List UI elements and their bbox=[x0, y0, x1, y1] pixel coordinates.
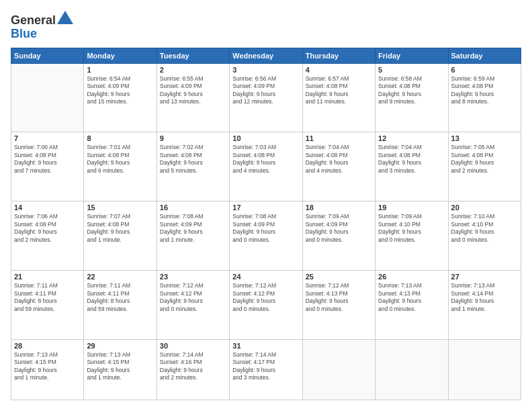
calendar-cell: 23Sunrise: 7:12 AM Sunset: 4:12 PM Dayli… bbox=[157, 271, 229, 340]
calendar-cell: 7Sunrise: 7:00 AM Sunset: 4:08 PM Daylig… bbox=[11, 132, 84, 201]
day-info: Sunrise: 7:08 AM Sunset: 4:09 PM Dayligh… bbox=[160, 213, 226, 244]
page: General Blue SundayMondayTuesdayWednesda… bbox=[0, 0, 532, 411]
day-number: 9 bbox=[160, 134, 226, 142]
day-number: 13 bbox=[451, 134, 518, 142]
day-number: 18 bbox=[306, 203, 372, 212]
logo: General Blue bbox=[11, 11, 73, 41]
day-number: 23 bbox=[160, 273, 226, 281]
day-info: Sunrise: 7:12 AM Sunset: 4:13 PM Dayligh… bbox=[306, 282, 372, 313]
day-number: 14 bbox=[14, 203, 81, 212]
day-info: Sunrise: 7:07 AM Sunset: 4:08 PM Dayligh… bbox=[87, 213, 153, 244]
day-info: Sunrise: 7:12 AM Sunset: 4:12 PM Dayligh… bbox=[160, 282, 226, 313]
day-info: Sunrise: 7:14 AM Sunset: 4:17 PM Dayligh… bbox=[232, 351, 299, 382]
calendar-cell bbox=[302, 339, 375, 400]
day-number: 8 bbox=[87, 134, 153, 142]
day-number: 30 bbox=[160, 342, 226, 350]
day-number: 22 bbox=[87, 273, 153, 281]
day-number: 25 bbox=[306, 273, 372, 281]
calendar-cell: 6Sunrise: 6:59 AM Sunset: 4:08 PM Daylig… bbox=[448, 63, 521, 132]
day-info: Sunrise: 7:12 AM Sunset: 4:12 PM Dayligh… bbox=[232, 282, 299, 313]
day-number: 28 bbox=[14, 342, 81, 350]
day-number: 16 bbox=[160, 203, 226, 212]
day-number: 6 bbox=[451, 66, 518, 74]
calendar-cell: 31Sunrise: 7:14 AM Sunset: 4:17 PM Dayli… bbox=[230, 339, 302, 400]
day-number: 4 bbox=[306, 66, 372, 74]
calendar-cell: 16Sunrise: 7:08 AM Sunset: 4:09 PM Dayli… bbox=[157, 201, 229, 271]
calendar-cell: 5Sunrise: 6:58 AM Sunset: 4:08 PM Daylig… bbox=[375, 63, 448, 132]
calendar-cell: 17Sunrise: 7:08 AM Sunset: 4:09 PM Dayli… bbox=[230, 201, 302, 271]
weekday-header-sunday: Sunday bbox=[11, 48, 84, 63]
day-info: Sunrise: 6:59 AM Sunset: 4:08 PM Dayligh… bbox=[451, 75, 518, 106]
day-info: Sunrise: 7:01 AM Sunset: 4:08 PM Dayligh… bbox=[87, 144, 153, 175]
day-info: Sunrise: 7:11 AM Sunset: 4:11 PM Dayligh… bbox=[14, 282, 81, 313]
day-number: 7 bbox=[14, 134, 81, 142]
day-info: Sunrise: 7:14 AM Sunset: 4:16 PM Dayligh… bbox=[160, 351, 226, 382]
day-info: Sunrise: 7:13 AM Sunset: 4:14 PM Dayligh… bbox=[451, 282, 518, 313]
weekday-header-tuesday: Tuesday bbox=[157, 48, 229, 63]
day-info: Sunrise: 7:09 AM Sunset: 4:09 PM Dayligh… bbox=[306, 213, 372, 244]
calendar-cell: 2Sunrise: 6:55 AM Sunset: 4:09 PM Daylig… bbox=[157, 63, 229, 132]
weekday-header-thursday: Thursday bbox=[302, 48, 375, 63]
calendar-cell: 19Sunrise: 7:09 AM Sunset: 4:10 PM Dayli… bbox=[375, 201, 448, 271]
calendar-cell: 10Sunrise: 7:03 AM Sunset: 4:08 PM Dayli… bbox=[230, 132, 302, 201]
weekday-header-row: SundayMondayTuesdayWednesdayThursdayFrid… bbox=[11, 48, 521, 63]
day-number: 31 bbox=[232, 342, 299, 350]
day-number: 5 bbox=[378, 66, 445, 74]
day-info: Sunrise: 7:10 AM Sunset: 4:10 PM Dayligh… bbox=[451, 213, 518, 244]
day-number: 15 bbox=[87, 203, 153, 212]
calendar-cell: 22Sunrise: 7:11 AM Sunset: 4:11 PM Dayli… bbox=[84, 271, 157, 340]
calendar-cell: 12Sunrise: 7:04 AM Sunset: 4:08 PM Dayli… bbox=[375, 132, 448, 201]
calendar-cell: 26Sunrise: 7:13 AM Sunset: 4:13 PM Dayli… bbox=[375, 271, 448, 340]
day-info: Sunrise: 6:57 AM Sunset: 4:08 PM Dayligh… bbox=[306, 75, 372, 106]
day-info: Sunrise: 7:06 AM Sunset: 4:08 PM Dayligh… bbox=[14, 213, 81, 244]
calendar-cell: 1Sunrise: 6:54 AM Sunset: 4:09 PM Daylig… bbox=[84, 63, 157, 132]
day-info: Sunrise: 7:03 AM Sunset: 4:08 PM Dayligh… bbox=[232, 144, 299, 175]
calendar-cell: 9Sunrise: 7:02 AM Sunset: 4:08 PM Daylig… bbox=[157, 132, 229, 201]
calendar-cell: 18Sunrise: 7:09 AM Sunset: 4:09 PM Dayli… bbox=[302, 201, 375, 271]
day-info: Sunrise: 7:09 AM Sunset: 4:10 PM Dayligh… bbox=[378, 213, 445, 244]
calendar-cell: 4Sunrise: 6:57 AM Sunset: 4:08 PM Daylig… bbox=[302, 63, 375, 132]
day-info: Sunrise: 7:11 AM Sunset: 4:11 PM Dayligh… bbox=[87, 282, 153, 313]
day-info: Sunrise: 7:13 AM Sunset: 4:13 PM Dayligh… bbox=[378, 282, 445, 313]
day-info: Sunrise: 7:05 AM Sunset: 4:08 PM Dayligh… bbox=[451, 144, 518, 175]
calendar-cell bbox=[11, 63, 84, 132]
day-number: 11 bbox=[306, 134, 372, 142]
calendar-cell bbox=[448, 339, 521, 400]
day-number: 17 bbox=[232, 203, 299, 212]
day-number: 2 bbox=[160, 66, 226, 74]
calendar-cell: 24Sunrise: 7:12 AM Sunset: 4:12 PM Dayli… bbox=[230, 271, 302, 340]
day-info: Sunrise: 7:04 AM Sunset: 4:08 PM Dayligh… bbox=[378, 144, 445, 175]
day-number: 21 bbox=[14, 273, 81, 281]
calendar-cell: 21Sunrise: 7:11 AM Sunset: 4:11 PM Dayli… bbox=[11, 271, 84, 340]
day-info: Sunrise: 6:56 AM Sunset: 4:09 PM Dayligh… bbox=[232, 75, 299, 106]
calendar-cell bbox=[375, 339, 448, 400]
weekday-header-saturday: Saturday bbox=[448, 48, 521, 63]
calendar-cell: 11Sunrise: 7:04 AM Sunset: 4:08 PM Dayli… bbox=[302, 132, 375, 201]
day-info: Sunrise: 7:02 AM Sunset: 4:08 PM Dayligh… bbox=[160, 144, 226, 175]
calendar-cell: 14Sunrise: 7:06 AM Sunset: 4:08 PM Dayli… bbox=[11, 201, 84, 271]
day-number: 20 bbox=[451, 203, 518, 212]
calendar-cell: 15Sunrise: 7:07 AM Sunset: 4:08 PM Dayli… bbox=[84, 201, 157, 271]
day-number: 19 bbox=[378, 203, 445, 212]
day-info: Sunrise: 7:04 AM Sunset: 4:08 PM Dayligh… bbox=[306, 144, 372, 175]
calendar-cell: 3Sunrise: 6:56 AM Sunset: 4:09 PM Daylig… bbox=[230, 63, 302, 132]
calendar-cell: 30Sunrise: 7:14 AM Sunset: 4:16 PM Dayli… bbox=[157, 339, 229, 400]
day-number: 29 bbox=[87, 342, 153, 350]
logo-blue-text: Blue bbox=[11, 27, 37, 40]
weekday-header-monday: Monday bbox=[84, 48, 157, 63]
calendar-cell: 25Sunrise: 7:12 AM Sunset: 4:13 PM Dayli… bbox=[302, 271, 375, 340]
logo-general-text: General bbox=[11, 13, 56, 27]
day-number: 3 bbox=[232, 66, 299, 74]
day-number: 26 bbox=[378, 273, 445, 281]
calendar-table: SundayMondayTuesdayWednesdayThursdayFrid… bbox=[11, 48, 521, 400]
calendar-cell: 20Sunrise: 7:10 AM Sunset: 4:10 PM Dayli… bbox=[448, 201, 521, 271]
day-info: Sunrise: 6:55 AM Sunset: 4:09 PM Dayligh… bbox=[160, 75, 226, 106]
calendar-cell: 27Sunrise: 7:13 AM Sunset: 4:14 PM Dayli… bbox=[448, 271, 521, 340]
logo-icon bbox=[57, 11, 73, 24]
weekday-header-wednesday: Wednesday bbox=[230, 48, 302, 63]
day-info: Sunrise: 7:13 AM Sunset: 4:15 PM Dayligh… bbox=[14, 351, 81, 382]
day-info: Sunrise: 7:00 AM Sunset: 4:08 PM Dayligh… bbox=[14, 144, 81, 175]
day-number: 24 bbox=[232, 273, 299, 281]
day-info: Sunrise: 7:08 AM Sunset: 4:09 PM Dayligh… bbox=[232, 213, 299, 244]
calendar-cell: 28Sunrise: 7:13 AM Sunset: 4:15 PM Dayli… bbox=[11, 339, 84, 400]
